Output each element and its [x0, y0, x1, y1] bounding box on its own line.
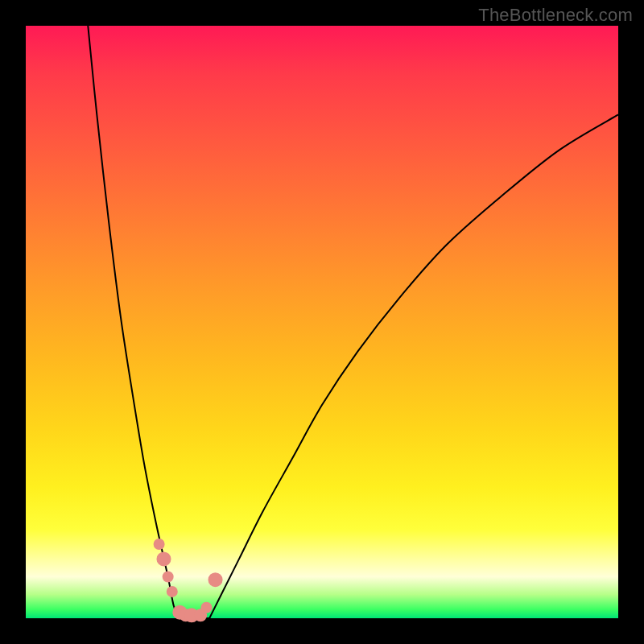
curve-svg — [26, 26, 618, 618]
curve-left-path — [88, 26, 180, 618]
curve-right — [209, 114, 618, 618]
curve-left — [88, 26, 180, 618]
chart-frame: TheBottleneck.com — [0, 0, 644, 644]
watermark-text: TheBottleneck.com — [478, 5, 633, 26]
marker-dot — [163, 571, 174, 582]
marker-dot — [200, 602, 212, 613]
marker-dot — [156, 551, 171, 566]
marker-group — [154, 539, 223, 622]
marker-dot — [154, 539, 165, 550]
marker-dot — [167, 586, 178, 597]
curve-right-path — [209, 114, 618, 618]
marker-dot — [208, 572, 223, 587]
plot-area — [26, 26, 618, 618]
